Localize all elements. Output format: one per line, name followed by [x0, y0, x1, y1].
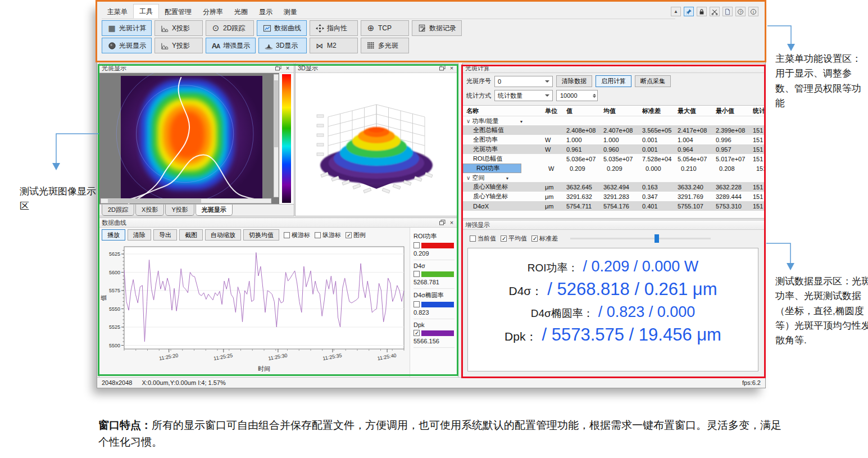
curve-btn-切换均值[interactable]: 切换均值 [243, 229, 279, 241]
legend-Dpk: Dpk5566.156 [413, 319, 455, 348]
checkbox-icon [501, 235, 507, 242]
help-icon[interactable]: ? [735, 7, 746, 16]
legend-name: D4σ [413, 262, 455, 269]
tool-2D跟踪[interactable]: ⊙2D跟踪 [206, 20, 254, 36]
table-row-全图功率[interactable]: 全图功率W1.0001.0000.0011.0040.996151 [463, 135, 764, 144]
stat-count-spinner[interactable]: 10000 [556, 90, 598, 101]
tool-光斑显示[interactable]: 光斑显示 [102, 38, 152, 53]
colorbar [282, 74, 291, 203]
table-row-质心Y轴坐标[interactable]: 质心Y轴坐标μm3291.6323291.2830.3473291.769328… [463, 192, 764, 201]
enhance-checkbox-平均值[interactable]: 平均值 [501, 234, 527, 243]
multi-beam-icon [366, 41, 375, 50]
lock-icon[interactable] [697, 7, 707, 16]
legend-checkbox[interactable] [413, 301, 420, 307]
legend-color-bar [421, 330, 454, 336]
table-row-ROI功率[interactable]: ROI功率W0.2090.2090.0000.2100.208151 [463, 164, 521, 173]
tool-label: 3D显示 [276, 41, 298, 51]
calc-btn-断点采集[interactable]: 断点采集 [635, 75, 671, 87]
beam-seq-select[interactable]: 0 [494, 76, 553, 87]
readout-value: / 5268.818 / 0.261 μm [547, 279, 717, 299]
m2-icon: ⋈ [315, 41, 324, 50]
document-icon[interactable] [722, 7, 733, 16]
curve-btn-自动缩放[interactable]: 自动缩放 [205, 229, 241, 241]
table-row-D4σX[interactable]: D4σXμm5754.7115754.1760.4015755.1075753.… [463, 201, 764, 211]
legend-checkbox[interactable] [413, 242, 420, 248]
table-group-空间[interactable]: ∨ 空间 ▼ [463, 173, 764, 182]
readout-label: D4σ： [508, 284, 543, 297]
pin-icon[interactable] [684, 7, 694, 16]
tool-指向性[interactable]: 指向性 [310, 20, 358, 36]
calc-btn-启用计算[interactable]: 启用计算 [596, 75, 631, 87]
close-icon[interactable]: × [448, 219, 456, 226]
readout-value: / 0.823 / 0.000 [598, 303, 696, 320]
tool-M2[interactable]: ⋈M2 [310, 38, 358, 53]
curve-checkbox-图例[interactable]: 图例 [346, 231, 366, 239]
vertical-scrollbar[interactable] [274, 74, 279, 197]
legend-color-bar [421, 271, 454, 277]
cut-icon[interactable] [710, 7, 720, 16]
y-projection-icon [160, 41, 169, 50]
beam-image-canvas[interactable] [99, 73, 279, 204]
close-icon[interactable]: × [284, 65, 292, 72]
curve-btn-导出[interactable]: 导出 [153, 229, 177, 241]
3d-display-icon [264, 41, 273, 50]
data-curve-icon [262, 24, 271, 33]
float-icon[interactable] [274, 65, 282, 72]
horizontal-scrollbar[interactable] [101, 198, 271, 203]
stat-mode-select[interactable]: 统计数量 [494, 90, 553, 101]
beam-tabs: 2D跟踪X投影Y投影光斑显示 [99, 204, 294, 216]
curve-btn-截图[interactable]: 截图 [179, 229, 203, 241]
float-icon[interactable] [438, 219, 446, 226]
status-bar: 2048x2048 X:0.00um,Y:0.00um I:4; 1.57% f… [97, 377, 765, 388]
close-icon[interactable]: × [448, 65, 456, 72]
legend-name: D4σ椭圆率 [413, 291, 455, 300]
menu-item-显示[interactable]: 显示 [253, 5, 278, 19]
3d-surface-plot[interactable] [296, 73, 458, 216]
table-row-全图总幅值[interactable]: 全图总幅值2.408e+082.407e+083.565e+052.417e+0… [463, 125, 764, 135]
tab-光斑显示[interactable]: 光斑显示 [196, 205, 233, 216]
tab-2D跟踪[interactable]: 2D跟踪 [102, 205, 134, 216]
beam-seq-label: 光斑序号 [466, 77, 491, 85]
menu-item-工具[interactable]: 工具 [133, 4, 159, 19]
data-curve-chart[interactable]: 55005525555055755600562511:25:2011:25:25… [99, 242, 408, 373]
tool-数据记录[interactable]: 数据记录 [412, 20, 462, 36]
table-row-光斑功率[interactable]: 光斑功率W0.9610.9600.0010.9640.957151 [463, 144, 764, 154]
3d-panel-title: 3D显示 [298, 64, 318, 72]
tool-X投影[interactable]: X投影 [154, 20, 203, 36]
tool-Y投影[interactable]: Y投影 [154, 38, 203, 53]
menu-item-主菜单[interactable]: 主菜单 [102, 5, 133, 19]
calculator-icon: ▦ [107, 24, 116, 33]
menu-item-分辨率[interactable]: 分辨率 [197, 5, 229, 19]
enhance-slider[interactable] [570, 238, 711, 239]
collapse-icon[interactable]: ▲ [671, 7, 681, 16]
float-icon[interactable] [438, 65, 446, 72]
legend-value: 0.823 [413, 309, 455, 316]
info-icon[interactable]: i [748, 7, 758, 16]
legend-D4σ: D4σ5268.781 [413, 260, 455, 289]
tool-3D显示[interactable]: 3D显示 [258, 38, 307, 53]
calc-btn-清除数据[interactable]: 清除数据 [556, 75, 592, 87]
tab-X投影[interactable]: X投影 [135, 205, 164, 216]
tool-光斑计算[interactable]: ▦光斑计算 [102, 20, 152, 36]
table-group-功率/能量[interactable]: ∨ 功率/能量 ▼ [463, 116, 764, 125]
tab-Y投影[interactable]: Y投影 [165, 205, 194, 216]
legend-checkbox[interactable] [413, 271, 420, 277]
tool-多光斑[interactable]: 多光斑 [361, 38, 409, 53]
tool-TCP[interactable]: ⊕TCP [361, 20, 409, 36]
table-row-质心X轴坐标[interactable]: 质心X轴坐标μm3632.6453632.4940.1633633.240363… [463, 182, 764, 192]
beam-panel-title-icons: × [274, 65, 292, 72]
tool-增强显示[interactable]: AA增强显示 [206, 38, 256, 53]
tool-数据曲线[interactable]: 数据曲线 [257, 20, 307, 36]
menu-item-光圈[interactable]: 光圈 [229, 5, 253, 19]
curve-btn-清除[interactable]: 清除 [128, 229, 151, 241]
curve-btn-播放[interactable]: 播放 [102, 229, 125, 241]
legend-checkbox[interactable] [413, 330, 420, 336]
curve-checkbox-横游标[interactable]: 横游标 [284, 231, 310, 239]
enhance-checkbox-当前值[interactable]: 当前值 [470, 234, 496, 243]
menu-item-配置管理[interactable]: 配置管理 [159, 5, 197, 19]
menu-item-测量[interactable]: 测量 [278, 5, 303, 19]
slider-knob[interactable] [655, 234, 659, 243]
curve-checkbox-纵游标[interactable]: 纵游标 [315, 231, 341, 239]
table-row-ROI总幅值[interactable]: ROI总幅值5.036e+075.035e+077.528e+045.054e+… [463, 154, 764, 164]
enhance-checkbox-标准差[interactable]: 标准差 [531, 234, 558, 243]
